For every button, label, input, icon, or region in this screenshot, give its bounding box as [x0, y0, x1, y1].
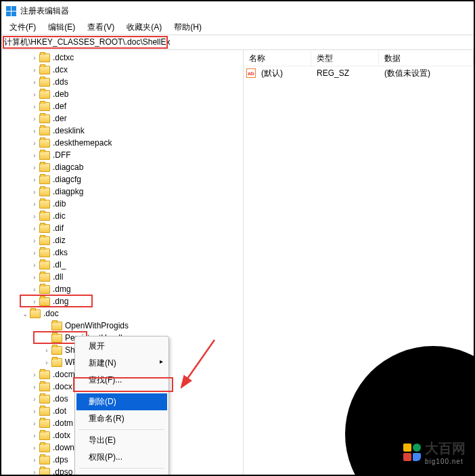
folder-icon — [39, 127, 50, 135]
chevron-right-icon[interactable]: › — [30, 77, 39, 87]
tree-item[interactable]: ›.dif — [1, 222, 243, 234]
tree-item[interactable]: ›.dcx — [1, 64, 243, 76]
folder-icon — [39, 212, 50, 221]
chevron-right-icon[interactable]: › — [30, 455, 39, 464]
tree-item[interactable]: ›.dib — [1, 198, 243, 210]
chevron-right-icon[interactable]: › — [30, 443, 39, 452]
chevron-right-icon[interactable]: › — [30, 89, 39, 99]
chevron-right-icon[interactable]: › — [30, 150, 39, 160]
ctx-rename[interactable]: 重命名(R) — [76, 410, 167, 427]
chevron-right-icon[interactable]: › — [30, 272, 39, 282]
tree-item[interactable]: ›.der — [1, 112, 243, 125]
tree-item[interactable]: OpenWithProgids — [1, 320, 243, 332]
ctx-separator — [79, 429, 164, 430]
tree-item[interactable]: ›.def — [1, 100, 243, 112]
chevron-right-icon[interactable]: › — [30, 199, 39, 209]
chevron-right-icon[interactable]: › — [30, 236, 39, 245]
chevron-down-icon[interactable]: ⌄ — [20, 309, 30, 318]
tree-item[interactable]: ›.diagcab — [1, 161, 243, 173]
value-row[interactable]: ab (默认) REG_SZ (数值未设置) — [244, 66, 474, 80]
chevron-right-icon[interactable]: › — [30, 187, 39, 196]
tree-item[interactable]: ›.dl_ — [1, 259, 243, 271]
menu-edit[interactable]: 编辑(E) — [43, 20, 81, 35]
chevron-right-icon[interactable]: › — [30, 211, 39, 221]
menu-favorites[interactable]: 收藏夹(A) — [121, 20, 167, 35]
chevron-right-icon[interactable]: › — [30, 297, 39, 306]
tree-label: .dif — [53, 223, 64, 233]
folder-icon — [39, 297, 50, 306]
tree-item[interactable]: ›.dic — [1, 210, 243, 222]
chevron-right-icon[interactable]: › — [30, 260, 39, 269]
ctx-permissions[interactable]: 权限(P)... — [76, 449, 167, 466]
chevron-right-icon[interactable]: › — [30, 126, 39, 135]
ctx-separator — [79, 468, 164, 469]
tree-label: .der — [53, 114, 67, 123]
col-name[interactable]: 名称 — [244, 50, 311, 66]
context-menu: 展开 新建(N) 查找(F)... 删除(D) 重命名(R) 导出(E) 权限(… — [74, 336, 169, 476]
tree-item[interactable]: ›.dmg — [1, 283, 243, 295]
folder-icon — [39, 407, 50, 416]
chevron-right-icon[interactable]: › — [30, 163, 39, 172]
menu-file[interactable]: 文件(F) — [4, 20, 41, 35]
tree-label: .docm — [53, 370, 75, 379]
chevron-right-icon[interactable]: › — [30, 138, 39, 148]
chevron-right-icon[interactable]: › — [30, 370, 39, 379]
chevron-right-icon[interactable]: › — [30, 406, 39, 416]
tree-item[interactable]: ›.diagpkg — [1, 186, 243, 198]
chevron-right-icon[interactable]: › — [30, 65, 39, 74]
ctx-expand[interactable]: 展开 — [76, 338, 167, 355]
tree-label: .diz — [53, 236, 66, 245]
ctx-delete[interactable]: 删除(D) — [76, 393, 167, 410]
tree-item[interactable]: ›.dks — [1, 246, 243, 259]
ctx-copy-key-name[interactable]: 复制项名称(C) — [76, 471, 167, 476]
tree-label: .dos — [53, 394, 68, 404]
chevron-right-icon[interactable]: › — [30, 382, 39, 391]
chevron-right-icon[interactable]: › — [30, 114, 39, 123]
chevron-right-icon[interactable]: › — [30, 175, 39, 184]
chevron-right-icon[interactable]: › — [30, 284, 39, 294]
chevron-right-icon[interactable]: › — [30, 53, 39, 62]
folder-icon — [39, 66, 50, 74]
tree-label: .DFF — [53, 150, 71, 160]
tree-item[interactable]: ›.DFF — [1, 149, 243, 161]
tree-item[interactable]: ›.deskthemepack — [1, 137, 243, 149]
folder-icon — [39, 395, 50, 404]
chevron-right-icon[interactable]: › — [30, 102, 39, 111]
chevron-right-icon[interactable]: › — [42, 358, 51, 367]
tree-label: .desklink — [53, 126, 85, 135]
tree-item[interactable]: ›.dds — [1, 76, 243, 88]
folder-icon — [39, 188, 50, 196]
folder-icon — [39, 431, 50, 440]
menu-help[interactable]: 帮助(H) — [168, 20, 207, 35]
chevron-right-icon[interactable]: › — [30, 248, 39, 257]
reg-string-icon: ab — [246, 68, 256, 78]
tree-item[interactable]: ›.desklink — [1, 125, 243, 137]
ctx-new[interactable]: 新建(N) — [76, 355, 167, 372]
chevron-right-icon[interactable]: › — [30, 394, 39, 404]
addressbar[interactable]: 计算机\HKEY_CLASSES_ROOT\.doc\ShellEx — [1, 35, 474, 50]
app-icon — [5, 5, 16, 16]
ctx-export[interactable]: 导出(E) — [76, 432, 167, 449]
ctx-find[interactable]: 查找(F)... — [76, 372, 167, 389]
folder-icon — [39, 139, 50, 148]
menu-view[interactable]: 查看(V) — [82, 20, 120, 35]
tree-item[interactable]: ›.diz — [1, 234, 243, 246]
tree-label: .dic — [53, 211, 66, 221]
value-data: (数值未设置) — [382, 68, 474, 79]
tree-item[interactable]: ›.dng — [1, 295, 243, 307]
folder-icon — [39, 114, 50, 123]
tree-item[interactable]: ⌄.doc — [1, 307, 243, 320]
tree-item[interactable]: ›.diagcfg — [1, 173, 243, 186]
col-data[interactable]: 数据 — [379, 50, 474, 66]
tree-item[interactable]: ›.dll — [1, 271, 243, 283]
chevron-right-icon[interactable]: › — [30, 431, 39, 440]
tree-label: .deskthemepack — [53, 138, 112, 148]
tree-item[interactable]: ›.dctxc — [1, 51, 243, 64]
col-type[interactable]: 类型 — [311, 50, 379, 66]
chevron-right-icon[interactable]: › — [30, 223, 39, 233]
chevron-right-icon[interactable]: › — [42, 345, 51, 355]
chevron-right-icon[interactable]: › — [30, 467, 39, 475]
folder-icon — [39, 443, 50, 452]
tree-item[interactable]: ›.deb — [1, 88, 243, 100]
chevron-right-icon[interactable]: › — [30, 418, 39, 428]
